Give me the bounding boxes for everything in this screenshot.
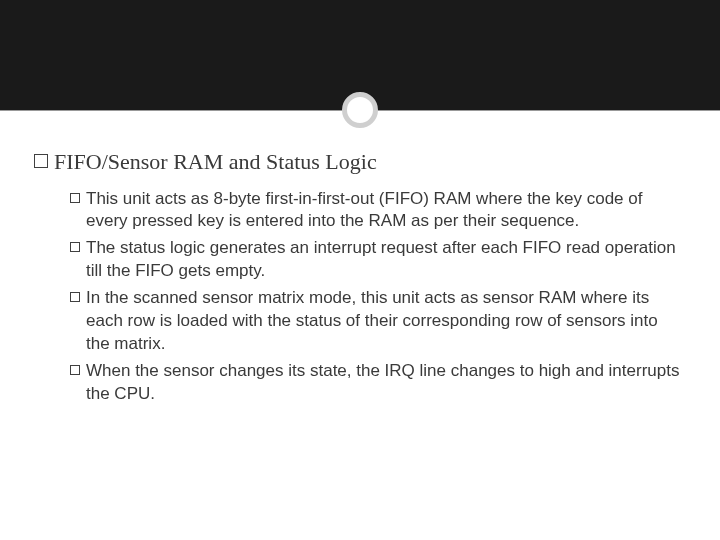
square-bullet-icon bbox=[70, 365, 80, 375]
slide: FIFO/Sensor RAM and Status Logic This un… bbox=[0, 0, 720, 540]
list-item: When the sensor changes its state, the I… bbox=[70, 360, 680, 406]
square-bullet-icon bbox=[34, 154, 48, 168]
heading: FIFO/Sensor RAM and Status Logic bbox=[34, 148, 680, 176]
square-bullet-icon bbox=[70, 292, 80, 302]
list-item-text: When the sensor changes its state, the I… bbox=[86, 360, 680, 406]
circle-ornament-icon bbox=[342, 92, 378, 128]
heading-title: FIFO/Sensor RAM and Status Logic bbox=[54, 148, 377, 176]
list-item: In the scanned sensor matrix mode, this … bbox=[70, 287, 680, 356]
content-area: FIFO/Sensor RAM and Status Logic This un… bbox=[34, 148, 680, 410]
list-item: This unit acts as 8-byte first-in-first-… bbox=[70, 188, 680, 234]
square-bullet-icon bbox=[70, 193, 80, 203]
list-item-text: This unit acts as 8-byte first-in-first-… bbox=[86, 188, 680, 234]
square-bullet-icon bbox=[70, 242, 80, 252]
list-item-text: The status logic generates an interrupt … bbox=[86, 237, 680, 283]
list-item-text: In the scanned sensor matrix mode, this … bbox=[86, 287, 680, 356]
list-item: The status logic generates an interrupt … bbox=[70, 237, 680, 283]
bullet-list: This unit acts as 8-byte first-in-first-… bbox=[70, 188, 680, 406]
